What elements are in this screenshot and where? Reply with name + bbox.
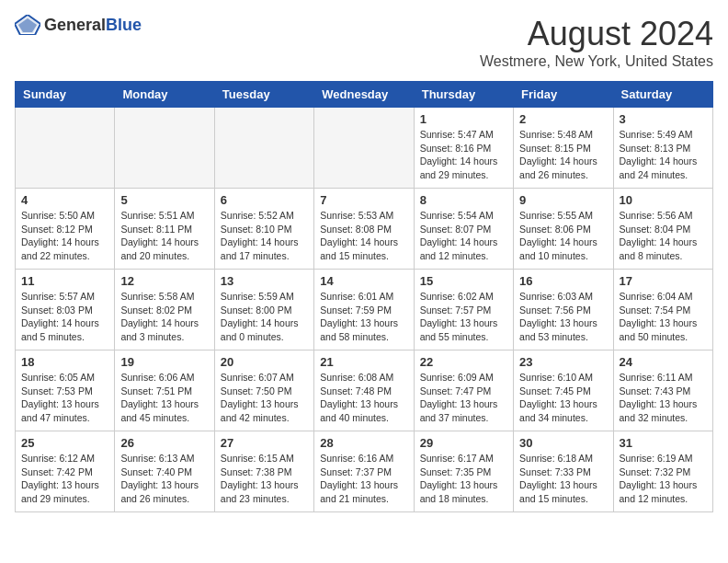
cell-info: Sunrise: 6:09 AM Sunset: 7:47 PM Dayligh… (420, 371, 507, 425)
calendar-cell: 5Sunrise: 5:51 AM Sunset: 8:11 PM Daylig… (115, 189, 214, 270)
cell-info: Sunrise: 5:56 AM Sunset: 8:04 PM Dayligh… (620, 209, 707, 263)
cell-date: 10 (620, 193, 707, 207)
calendar-cell (214, 108, 313, 189)
calendar-cell: 23Sunrise: 6:10 AM Sunset: 7:45 PM Dayli… (514, 350, 613, 431)
cell-info: Sunrise: 6:02 AM Sunset: 7:57 PM Dayligh… (420, 290, 507, 344)
calendar-cell: 17Sunrise: 6:04 AM Sunset: 7:54 PM Dayli… (613, 270, 712, 350)
cell-info: Sunrise: 6:01 AM Sunset: 7:59 PM Dayligh… (320, 290, 407, 344)
page-header: GeneralBlue August 2024 Westmere, New Yo… (15, 15, 713, 70)
cell-date: 6 (221, 193, 308, 207)
cell-date: 25 (21, 436, 108, 450)
calendar-cell (314, 108, 414, 189)
cell-info: Sunrise: 6:05 AM Sunset: 7:53 PM Dayligh… (21, 371, 108, 425)
week-row-1: 4Sunrise: 5:50 AM Sunset: 8:12 PM Daylig… (16, 189, 713, 270)
logo-icon (15, 15, 40, 35)
calendar-cell: 22Sunrise: 6:09 AM Sunset: 7:47 PM Dayli… (414, 350, 513, 431)
cell-date: 17 (620, 274, 707, 288)
cell-info: Sunrise: 6:03 AM Sunset: 7:56 PM Dayligh… (519, 290, 607, 344)
cell-info: Sunrise: 5:49 AM Sunset: 8:13 PM Dayligh… (620, 128, 707, 182)
cell-date: 7 (320, 193, 407, 207)
cell-date: 26 (120, 436, 208, 450)
cell-info: Sunrise: 5:54 AM Sunset: 8:07 PM Dayligh… (420, 209, 507, 263)
cell-date: 8 (420, 193, 507, 207)
cell-date: 29 (420, 436, 507, 450)
cell-date: 12 (120, 274, 208, 288)
calendar-cell: 18Sunrise: 6:05 AM Sunset: 7:53 PM Dayli… (16, 350, 115, 431)
cell-info: Sunrise: 5:55 AM Sunset: 8:06 PM Dayligh… (519, 209, 607, 263)
week-row-2: 11Sunrise: 5:57 AM Sunset: 8:03 PM Dayli… (16, 270, 713, 350)
cell-date: 22 (420, 355, 507, 369)
cell-date: 21 (320, 355, 407, 369)
cell-info: Sunrise: 5:50 AM Sunset: 8:12 PM Dayligh… (21, 209, 108, 263)
calendar-header-row: SundayMondayTuesdayWednesdayThursdayFrid… (16, 82, 713, 108)
calendar-cell: 20Sunrise: 6:07 AM Sunset: 7:50 PM Dayli… (214, 350, 313, 431)
cell-date: 28 (320, 436, 407, 450)
cell-info: Sunrise: 6:16 AM Sunset: 7:37 PM Dayligh… (320, 452, 407, 506)
cell-info: Sunrise: 6:13 AM Sunset: 7:40 PM Dayligh… (120, 452, 208, 506)
cell-info: Sunrise: 6:11 AM Sunset: 7:43 PM Dayligh… (620, 371, 707, 425)
calendar-cell: 10Sunrise: 5:56 AM Sunset: 8:04 PM Dayli… (613, 189, 712, 270)
cell-date: 4 (21, 193, 108, 207)
cell-info: Sunrise: 5:53 AM Sunset: 8:08 PM Dayligh… (320, 209, 407, 263)
cell-info: Sunrise: 6:19 AM Sunset: 7:32 PM Dayligh… (620, 452, 707, 506)
calendar-cell: 11Sunrise: 5:57 AM Sunset: 8:03 PM Dayli… (16, 270, 115, 350)
cell-info: Sunrise: 5:57 AM Sunset: 8:03 PM Dayligh… (21, 290, 108, 344)
cell-info: Sunrise: 5:51 AM Sunset: 8:11 PM Dayligh… (120, 209, 208, 263)
calendar-cell: 25Sunrise: 6:12 AM Sunset: 7:42 PM Dayli… (16, 431, 115, 512)
calendar-cell: 29Sunrise: 6:17 AM Sunset: 7:35 PM Dayli… (414, 431, 513, 512)
calendar-cell: 6Sunrise: 5:52 AM Sunset: 8:10 PM Daylig… (214, 189, 313, 270)
cell-info: Sunrise: 5:59 AM Sunset: 8:00 PM Dayligh… (221, 290, 308, 344)
calendar-cell: 15Sunrise: 6:02 AM Sunset: 7:57 PM Dayli… (414, 270, 513, 350)
day-header-wednesday: Wednesday (314, 82, 414, 108)
calendar-cell: 16Sunrise: 6:03 AM Sunset: 7:56 PM Dayli… (514, 270, 613, 350)
cell-date: 31 (620, 436, 707, 450)
day-header-friday: Friday (514, 82, 613, 108)
calendar-cell: 4Sunrise: 5:50 AM Sunset: 8:12 PM Daylig… (16, 189, 115, 270)
cell-info: Sunrise: 5:52 AM Sunset: 8:10 PM Dayligh… (221, 209, 308, 263)
cell-date: 2 (519, 112, 607, 126)
week-row-4: 25Sunrise: 6:12 AM Sunset: 7:42 PM Dayli… (16, 431, 713, 512)
cell-date: 1 (420, 112, 507, 126)
calendar-cell: 31Sunrise: 6:19 AM Sunset: 7:32 PM Dayli… (613, 431, 712, 512)
cell-date: 16 (519, 274, 607, 288)
calendar-cell: 7Sunrise: 5:53 AM Sunset: 8:08 PM Daylig… (314, 189, 414, 270)
cell-date: 19 (120, 355, 208, 369)
calendar-cell: 21Sunrise: 6:08 AM Sunset: 7:48 PM Dayli… (314, 350, 414, 431)
cell-date: 20 (221, 355, 308, 369)
cell-info: Sunrise: 6:06 AM Sunset: 7:51 PM Dayligh… (120, 371, 208, 425)
calendar-cell: 28Sunrise: 6:16 AM Sunset: 7:37 PM Dayli… (314, 431, 414, 512)
day-header-thursday: Thursday (414, 82, 513, 108)
cell-info: Sunrise: 6:07 AM Sunset: 7:50 PM Dayligh… (221, 371, 308, 425)
calendar-cell: 27Sunrise: 6:15 AM Sunset: 7:38 PM Dayli… (214, 431, 313, 512)
calendar-cell: 30Sunrise: 6:18 AM Sunset: 7:33 PM Dayli… (514, 431, 613, 512)
calendar-cell: 12Sunrise: 5:58 AM Sunset: 8:02 PM Dayli… (115, 270, 214, 350)
week-row-0: 1Sunrise: 5:47 AM Sunset: 8:16 PM Daylig… (16, 108, 713, 189)
calendar-cell: 1Sunrise: 5:47 AM Sunset: 8:16 PM Daylig… (414, 108, 513, 189)
calendar-table: SundayMondayTuesdayWednesdayThursdayFrid… (15, 81, 713, 512)
cell-info: Sunrise: 5:48 AM Sunset: 8:15 PM Dayligh… (519, 128, 607, 182)
cell-date: 18 (21, 355, 108, 369)
cell-date: 11 (21, 274, 108, 288)
logo: GeneralBlue (15, 15, 142, 35)
calendar-cell: 26Sunrise: 6:13 AM Sunset: 7:40 PM Dayli… (115, 431, 214, 512)
calendar-cell (16, 108, 115, 189)
day-header-monday: Monday (115, 82, 214, 108)
cell-info: Sunrise: 6:04 AM Sunset: 7:54 PM Dayligh… (620, 290, 707, 344)
cell-date: 3 (620, 112, 707, 126)
cell-date: 14 (320, 274, 407, 288)
cell-info: Sunrise: 6:17 AM Sunset: 7:35 PM Dayligh… (420, 452, 507, 506)
title-block: August 2024 Westmere, New York, United S… (480, 15, 713, 70)
calendar-cell: 24Sunrise: 6:11 AM Sunset: 7:43 PM Dayli… (613, 350, 712, 431)
calendar-cell: 3Sunrise: 5:49 AM Sunset: 8:13 PM Daylig… (613, 108, 712, 189)
calendar-cell: 2Sunrise: 5:48 AM Sunset: 8:15 PM Daylig… (514, 108, 613, 189)
cell-info: Sunrise: 6:15 AM Sunset: 7:38 PM Dayligh… (221, 452, 308, 506)
calendar-cell: 8Sunrise: 5:54 AM Sunset: 8:07 PM Daylig… (414, 189, 513, 270)
day-header-saturday: Saturday (613, 82, 712, 108)
calendar-cell: 14Sunrise: 6:01 AM Sunset: 7:59 PM Dayli… (314, 270, 414, 350)
location-title: Westmere, New York, United States (480, 53, 713, 70)
cell-date: 24 (620, 355, 707, 369)
cell-info: Sunrise: 6:08 AM Sunset: 7:48 PM Dayligh… (320, 371, 407, 425)
day-header-sunday: Sunday (16, 82, 115, 108)
calendar-cell (115, 108, 214, 189)
cell-date: 9 (519, 193, 607, 207)
